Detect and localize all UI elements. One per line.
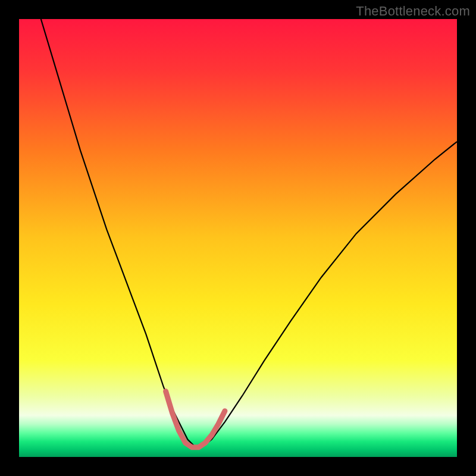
bottleneck-curve <box>41 19 457 446</box>
plot-area <box>19 19 457 457</box>
watermark-text: TheBottleneck.com <box>356 4 470 19</box>
chart-frame: TheBottleneck.com <box>0 0 476 476</box>
curve-layer <box>19 19 457 457</box>
trough-highlight <box>166 392 225 447</box>
